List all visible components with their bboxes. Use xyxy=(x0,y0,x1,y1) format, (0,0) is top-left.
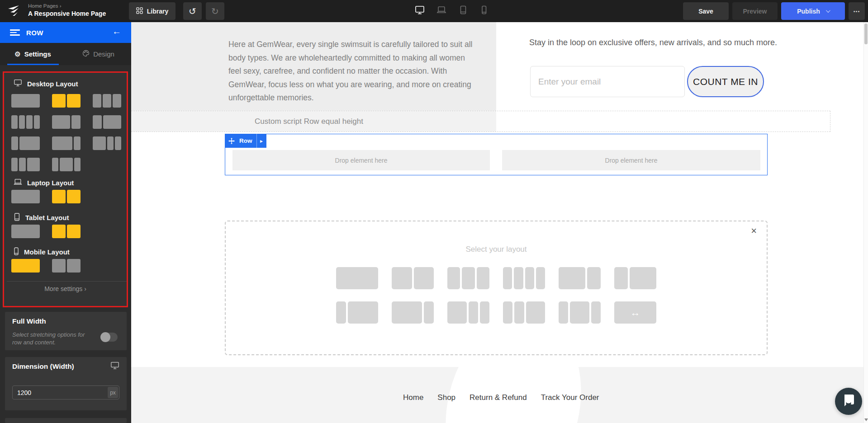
email-input[interactable] xyxy=(530,66,685,97)
mobile-layout-label: Mobile Layout xyxy=(14,247,70,257)
scrollbar-track[interactable] xyxy=(863,22,868,423)
picker-option-custom[interactable]: ↔ xyxy=(614,301,656,324)
undo-button[interactable]: ↺ xyxy=(183,2,202,20)
gempages-logo-icon[interactable] xyxy=(6,4,21,20)
dropzone-right[interactable]: Drop element here xyxy=(502,150,760,170)
about-paragraph: Here at GemWear, every single swimsuit i… xyxy=(228,38,476,105)
footer-nav: HomeShopReturn & RefundTrack Your Order xyxy=(403,393,599,402)
close-icon[interactable]: × xyxy=(751,225,757,237)
mobile-icon xyxy=(14,247,19,257)
layout-picker-title: Select your layout xyxy=(226,245,767,254)
tab-design[interactable]: Design xyxy=(66,43,131,65)
device-mobile-button[interactable] xyxy=(476,4,492,18)
unit-badge: px xyxy=(108,387,118,398)
full-width-panel: Full Width Select stretching options for… xyxy=(5,312,127,350)
laptop-icon xyxy=(436,5,447,17)
mobile-icon xyxy=(479,5,489,17)
gear-icon: ⚙ xyxy=(14,50,20,58)
laptop-layout-options xyxy=(11,190,121,203)
tablet-icon xyxy=(458,5,469,17)
device-tablet-button[interactable] xyxy=(455,4,471,18)
desktop-icon xyxy=(110,362,119,371)
page-footer: HomeShopReturn & RefundTrack Your Order xyxy=(131,367,868,423)
picker-option[interactable] xyxy=(447,267,489,289)
dimension-title: Dimension (Width) xyxy=(12,362,74,371)
layout-picker-options: ↔ xyxy=(226,267,767,324)
layout-option-selected[interactable] xyxy=(52,225,81,238)
custom-script-label: Custom script Row equal height xyxy=(255,111,363,132)
dropzone-left[interactable]: Drop element here xyxy=(232,150,490,170)
layout-option-selected[interactable] xyxy=(52,94,81,108)
footer-link[interactable]: Shop xyxy=(437,393,455,402)
sidebar: ROW ← ⚙ Settings Design Desktop L xyxy=(0,22,131,423)
chat-widget-button[interactable] xyxy=(835,388,862,415)
layout-option[interactable] xyxy=(93,136,121,150)
layout-option[interactable] xyxy=(52,115,81,129)
layout-option[interactable] xyxy=(52,158,81,171)
undo-icon: ↺ xyxy=(189,6,196,17)
tab-settings[interactable]: ⚙ Settings xyxy=(0,43,66,65)
layout-option[interactable] xyxy=(11,190,40,203)
more-settings-link[interactable]: More settings › xyxy=(4,285,127,292)
layout-option[interactable] xyxy=(11,94,40,108)
row-badge[interactable]: Row ▸ xyxy=(225,134,266,148)
layout-option[interactable] xyxy=(93,94,121,108)
back-button[interactable]: ← xyxy=(112,26,121,37)
publish-chevron-icon xyxy=(826,8,830,13)
layout-option[interactable] xyxy=(11,225,40,238)
library-grid-icon xyxy=(136,7,143,15)
footer-link[interactable]: Return & Refund xyxy=(470,393,527,402)
custom-script-section[interactable]: Custom script Row equal height xyxy=(131,111,830,132)
tablet-icon xyxy=(14,213,20,222)
picker-option[interactable] xyxy=(614,267,656,289)
picker-option[interactable] xyxy=(503,301,545,324)
row-badge-label: Row xyxy=(238,134,256,148)
layout-option[interactable] xyxy=(93,115,121,129)
layout-option-selected[interactable] xyxy=(52,190,81,203)
row-element-icon xyxy=(10,28,20,37)
picker-option[interactable] xyxy=(503,267,545,289)
desktop-icon xyxy=(414,5,425,17)
picker-option[interactable] xyxy=(559,301,601,324)
top-bar: Home Pages › A Responsive Home Page Libr… xyxy=(0,0,868,22)
preview-button[interactable]: Preview xyxy=(732,2,778,20)
redo-button[interactable]: ↻ xyxy=(206,2,224,20)
layout-option[interactable] xyxy=(52,136,81,150)
device-desktop-button[interactable] xyxy=(412,4,427,18)
picker-option[interactable] xyxy=(559,267,601,289)
picker-option[interactable] xyxy=(336,301,378,324)
tablet-layout-options xyxy=(11,225,121,238)
picker-option[interactable] xyxy=(447,301,489,324)
divider xyxy=(7,281,127,282)
publish-button[interactable]: Publish xyxy=(781,2,845,20)
newsletter-heading: Stay in the loop on exclusive offers, ne… xyxy=(529,38,777,47)
selected-row-element[interactable]: Row ▸ Drop element here Drop element her… xyxy=(225,134,768,175)
scroll-down-arrow-icon[interactable] xyxy=(864,418,868,421)
layout-settings-highlight: Desktop Layout Laptop Layout Tablet Layo… xyxy=(3,71,128,307)
footer-link[interactable]: Track Your Order xyxy=(541,393,599,402)
save-button[interactable]: Save xyxy=(683,2,729,20)
more-options-button[interactable]: ••• xyxy=(849,2,865,20)
device-laptop-button[interactable] xyxy=(434,4,449,18)
footer-link[interactable]: Home xyxy=(403,393,423,402)
layout-option[interactable] xyxy=(11,158,40,171)
width-input[interactable] xyxy=(13,386,119,399)
layout-option[interactable] xyxy=(11,136,40,150)
laptop-layout-label: Laptop Layout xyxy=(14,179,74,187)
layout-option[interactable] xyxy=(52,259,81,273)
scrollbar-thumb[interactable] xyxy=(864,24,868,44)
layout-option[interactable] xyxy=(11,115,40,129)
element-header: ROW ← xyxy=(0,22,131,43)
library-button[interactable]: Library xyxy=(129,2,175,20)
layout-option-selected[interactable] xyxy=(11,259,40,273)
picker-option[interactable] xyxy=(336,267,378,289)
palette-icon xyxy=(82,50,90,58)
chat-bubble-icon xyxy=(842,393,855,409)
chevron-right-icon: › xyxy=(84,285,86,292)
count-me-in-button[interactable]: COUNT ME IN xyxy=(687,66,764,97)
picker-option[interactable] xyxy=(392,301,434,324)
picker-option[interactable] xyxy=(392,267,434,289)
caret-right-icon[interactable]: ▸ xyxy=(256,134,266,148)
full-width-toggle[interactable] xyxy=(100,333,118,342)
layout-picker: × Select your layout ↔ xyxy=(225,221,768,355)
